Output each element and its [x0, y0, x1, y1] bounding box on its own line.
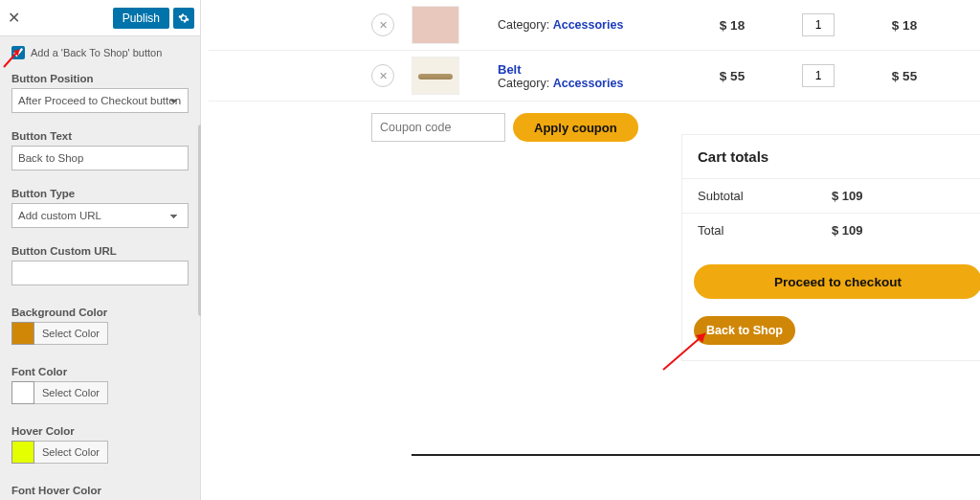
hover-color-label: Hover Color — [11, 425, 189, 437]
subtotal-value: $ 109 — [832, 189, 863, 203]
hover-color-button[interactable]: Select Color — [34, 441, 108, 464]
category-label: Category: — [498, 18, 549, 32]
subtotal-label: Subtotal — [698, 189, 774, 203]
customizer-sidebar: ✕ Publish Add a 'Back To Shop' button Bu… — [0, 0, 201, 500]
product-thumb — [412, 57, 459, 95]
product-qty-input[interactable] — [802, 13, 835, 36]
add-back-to-shop-row: Add a 'Back To Shop' button — [0, 36, 200, 67]
footer-divider — [412, 454, 980, 456]
product-price: $ 55 — [689, 69, 775, 83]
category-label: Category: — [498, 77, 549, 90]
button-position-label: Button Position — [11, 73, 189, 84]
table-row: ✕ Belt Category: Accessories $ 55 $ 55 — [209, 51, 980, 102]
gear-icon[interactable] — [173, 8, 194, 29]
button-custom-url-label: Button Custom URL — [11, 245, 189, 257]
hover-color-swatch[interactable] — [11, 441, 34, 464]
close-icon[interactable]: ✕ — [8, 9, 20, 27]
add-back-to-shop-checkbox[interactable] — [11, 46, 25, 59]
product-title[interactable]: Belt — [498, 62, 689, 77]
background-color-button[interactable]: Select Color — [34, 322, 108, 345]
background-color-label: Background Color — [11, 307, 189, 318]
cart-preview: ✕ Category: Accessories $ 18 $ 18 ✕ Belt… — [201, 0, 980, 500]
remove-item-button[interactable]: ✕ — [371, 64, 394, 87]
button-text-input[interactable] — [11, 146, 189, 170]
button-type-label: Button Type — [11, 188, 189, 199]
publish-label: Publish — [122, 11, 160, 25]
font-color-label: Font Color — [11, 366, 189, 377]
font-hover-color-label: Font Hover Color — [11, 485, 189, 496]
cart-totals-box: Cart totals Subtotal $ 109 Total $ 109 P… — [681, 134, 980, 361]
publish-button[interactable]: Publish — [113, 8, 169, 29]
table-row: ✕ Category: Accessories $ 18 $ 18 — [209, 0, 980, 51]
category-link[interactable]: Accessories — [553, 77, 624, 90]
font-color-swatch[interactable] — [11, 381, 34, 404]
cart-totals-heading: Cart totals — [682, 135, 980, 178]
customizer-topbar: ✕ Publish — [0, 0, 200, 36]
product-thumb — [412, 6, 459, 44]
back-to-shop-button[interactable]: Back to Shop — [694, 316, 795, 345]
button-text-label: Button Text — [11, 130, 189, 142]
product-subtotal: $ 55 — [861, 69, 947, 83]
background-color-swatch[interactable] — [11, 322, 34, 345]
total-value: $ 109 — [832, 223, 863, 238]
apply-coupon-button[interactable]: Apply coupon — [513, 113, 638, 142]
total-label: Total — [698, 223, 774, 238]
product-price: $ 18 — [689, 18, 775, 33]
proceed-to-checkout-button[interactable]: Proceed to checkout — [694, 264, 980, 299]
product-qty-input[interactable] — [802, 64, 835, 87]
button-type-select[interactable]: Add custom URL — [11, 203, 189, 228]
add-back-to-shop-label: Add a 'Back To Shop' button — [31, 47, 162, 58]
product-subtotal: $ 18 — [861, 18, 947, 33]
category-link[interactable]: Accessories — [553, 18, 624, 32]
button-custom-url-input[interactable] — [11, 261, 189, 285]
remove-item-button[interactable]: ✕ — [371, 13, 394, 36]
font-color-button[interactable]: Select Color — [34, 381, 108, 404]
button-position-select[interactable]: After Proceed to Checkout button — [11, 88, 189, 113]
coupon-input[interactable] — [371, 113, 505, 142]
